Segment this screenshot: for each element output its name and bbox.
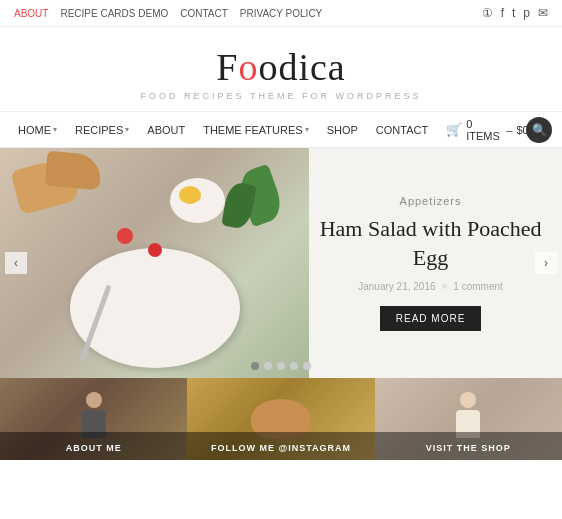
read-more-button[interactable]: READ MORE bbox=[380, 306, 482, 331]
slider-dot-2[interactable] bbox=[264, 362, 272, 370]
pinterest-icon[interactable]: p bbox=[523, 6, 530, 20]
nav-home[interactable]: HOME ▾ bbox=[10, 124, 65, 136]
top-bar: ABOUT RECIPE CARDS DEMO CONTACT PRIVACY … bbox=[0, 0, 562, 27]
shop-label: VISIT THE SHOP bbox=[426, 443, 511, 453]
slider-next-button[interactable]: › bbox=[535, 252, 557, 274]
top-bar-links: ABOUT RECIPE CARDS DEMO CONTACT PRIVACY … bbox=[14, 8, 322, 19]
twitter-icon[interactable]: t bbox=[512, 6, 515, 20]
nav-recipes[interactable]: RECIPES ▾ bbox=[67, 124, 137, 136]
slider-dot-5[interactable] bbox=[303, 362, 311, 370]
slider-prev-button[interactable]: ‹ bbox=[5, 252, 27, 274]
topbar-link-contact[interactable]: CONTACT bbox=[180, 8, 228, 19]
slider-dot-3[interactable] bbox=[277, 362, 285, 370]
email-icon[interactable]: ✉ bbox=[538, 6, 548, 20]
site-header: Foodica FOOD RECIPES THEME FOR WORDPRESS bbox=[0, 27, 562, 112]
cart-icon: 🛒 bbox=[446, 122, 462, 137]
hero-meta: January 21, 2016 × 1 comment bbox=[358, 281, 503, 292]
hero-title: Ham Salad with Poached Egg bbox=[319, 215, 542, 272]
nav-shop[interactable]: SHOP bbox=[319, 124, 366, 136]
hero-separator: × bbox=[442, 281, 448, 292]
top-bar-social: ① f t p ✉ bbox=[482, 6, 548, 20]
slider-dot-1[interactable] bbox=[251, 362, 259, 370]
site-tagline: FOOD RECIPES THEME FOR WORDPRESS bbox=[10, 91, 552, 101]
chevron-down-icon: ▾ bbox=[53, 125, 57, 134]
instagram-icon[interactable]: ① bbox=[482, 6, 493, 20]
instagram-card[interactable]: FOLLOW ME @INSTAGRAM bbox=[187, 378, 374, 460]
nav-theme-features[interactable]: THEME FEATURES ▾ bbox=[195, 124, 316, 136]
shop-overlay: VISIT THE SHOP bbox=[375, 432, 562, 460]
chevron-down-icon: ▾ bbox=[125, 125, 129, 134]
cart-label: 0 ITEMS bbox=[466, 118, 502, 142]
topbar-link-privacy[interactable]: PRIVACY POLICY bbox=[240, 8, 322, 19]
slider-dots bbox=[251, 362, 311, 370]
search-icon: 🔍 bbox=[532, 123, 547, 137]
nav-about[interactable]: ABOUT bbox=[139, 124, 193, 136]
instagram-label: FOLLOW ME @INSTAGRAM bbox=[211, 443, 351, 453]
about-me-overlay: ABOUT ME bbox=[0, 432, 187, 460]
main-nav: HOME ▾ RECIPES ▾ ABOUT THEME FEATURES ▾ … bbox=[0, 112, 562, 148]
shop-card[interactable]: VISIT THE SHOP bbox=[375, 378, 562, 460]
nav-contact[interactable]: CONTACT bbox=[368, 124, 436, 136]
hero-slider: Appetizers Ham Salad with Poached Egg Ja… bbox=[0, 148, 562, 378]
tomato-illustration bbox=[117, 228, 133, 244]
instagram-overlay: FOLLOW ME @INSTAGRAM bbox=[187, 432, 374, 460]
slider-dot-4[interactable] bbox=[290, 362, 298, 370]
search-button[interactable]: 🔍 bbox=[526, 117, 552, 143]
chevron-down-icon: ▾ bbox=[305, 125, 309, 134]
about-me-card[interactable]: ABOUT ME bbox=[0, 378, 187, 460]
topbar-link-recipe[interactable]: RECIPE CARDS DEMO bbox=[60, 8, 168, 19]
plate-illustration bbox=[70, 248, 240, 368]
site-logo[interactable]: Foodica bbox=[10, 45, 552, 89]
facebook-icon[interactable]: f bbox=[501, 6, 504, 20]
bread-illustration-2 bbox=[45, 151, 103, 191]
hero-image bbox=[0, 148, 309, 378]
bottom-cards-section: ABOUT ME FOLLOW ME @INSTAGRAM VISIT THE … bbox=[0, 378, 562, 460]
about-me-label: ABOUT ME bbox=[66, 443, 122, 453]
hero-content: Appetizers Ham Salad with Poached Egg Ja… bbox=[309, 148, 562, 378]
hero-comment: 1 comment bbox=[453, 281, 502, 292]
hero-date: January 21, 2016 bbox=[358, 281, 435, 292]
hero-category: Appetizers bbox=[400, 195, 462, 207]
cart-separator: – bbox=[506, 124, 512, 136]
topbar-link-about[interactable]: ABOUT bbox=[14, 8, 48, 19]
